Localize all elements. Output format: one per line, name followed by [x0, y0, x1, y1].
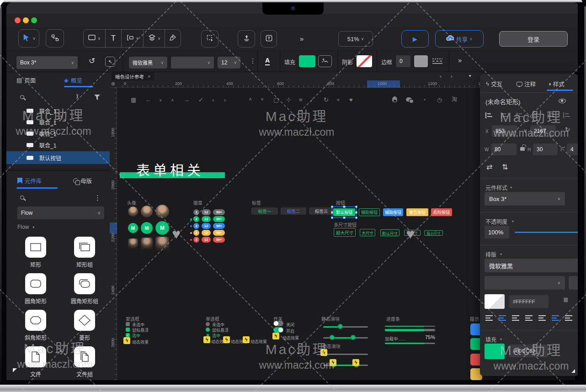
- default-button-sample[interactable]: 默认按钮: [333, 208, 355, 216]
- arrow-left-icon[interactable]: ←: [145, 97, 151, 103]
- avatar-initial[interactable]: M: [155, 221, 169, 235]
- select-source-button[interactable]: ↖: [105, 57, 115, 67]
- component-style-dropdown[interactable]: Box 3* ∨: [485, 192, 565, 206]
- ruler-origin-icon[interactable]: ⊕: [111, 81, 115, 86]
- fullscreen-icon[interactable]: ▢: [273, 97, 279, 103]
- arrow-right-icon[interactable]: →: [184, 97, 190, 103]
- detach-style-icon[interactable]: ↺: [89, 56, 95, 66]
- radio-hover[interactable]: [206, 328, 210, 332]
- fill-hex-input[interactable]: #00CC83: [509, 344, 549, 357]
- component-style-select[interactable]: Box 3* ∨: [16, 56, 78, 69]
- lock-ratio-icon[interactable]: [520, 147, 525, 151]
- caret-down-icon[interactable]: ▾: [510, 185, 512, 190]
- badge[interactable]: 2: [193, 216, 199, 222]
- lightning-badge-icon[interactable]: ϟ: [330, 359, 336, 366]
- flow-connector-tool-button[interactable]: [46, 29, 64, 48]
- font-size-box[interactable]: [569, 276, 579, 290]
- height-input[interactable]: 30: [533, 143, 558, 155]
- wechat-icon[interactable]: [406, 97, 412, 102]
- caret-down-icon[interactable]: ▾: [500, 337, 502, 341]
- grid-icon[interactable]: ▦: [131, 97, 136, 103]
- minimize-window-button[interactable]: [23, 17, 29, 23]
- opacity-input[interactable]: 100%: [485, 226, 509, 238]
- secondary-filled-button-sample[interactable]: 辅助按钮: [383, 208, 403, 216]
- component-file[interactable]: [25, 346, 46, 367]
- radius-input[interactable]: 4: [567, 143, 579, 155]
- layers-tool-button[interactable]: ∨: [144, 30, 165, 47]
- filter-icon[interactable]: [94, 95, 100, 100]
- close-tab-icon[interactable]: ×: [148, 74, 150, 79]
- align-center-icon[interactable]: [501, 112, 508, 118]
- chevron-down-icon[interactable]: ∨: [159, 98, 162, 102]
- vector-edit-tool-button[interactable]: [201, 30, 218, 48]
- opacity-slider[interactable]: [515, 232, 579, 233]
- search-icon[interactable]: [20, 196, 24, 200]
- prev-tab-icon[interactable]: ‹: [440, 73, 442, 79]
- avatar-square[interactable]: [141, 238, 153, 249]
- badge[interactable]: 99+: [213, 230, 225, 236]
- slider-handle[interactable]: [338, 324, 343, 329]
- tab-interaction[interactable]: ϟ 交互: [486, 79, 502, 88]
- badge[interactable]: 99+: [213, 237, 225, 243]
- library-flow-select[interactable]: Flow ∨: [17, 207, 104, 219]
- lightning-badge-icon[interactable]: ϟ: [243, 336, 250, 343]
- lightning-badge-icon[interactable]: ϟ: [203, 336, 210, 343]
- component-rect-group[interactable]: [74, 237, 95, 258]
- tab-pages[interactable]: ▤ 页面: [16, 76, 36, 85]
- badge[interactable]: 12: [202, 209, 211, 215]
- badge[interactable]: 2: [193, 237, 199, 243]
- qq-icon[interactable]: [392, 96, 397, 102]
- checkbox-checked[interactable]: ✓: [126, 333, 130, 337]
- check-icon[interactable]: ✓: [198, 97, 203, 103]
- canvas-tab[interactable]: 暗色设计参考 ×: [112, 72, 154, 80]
- rectangle-tool-button[interactable]: ∨: [84, 30, 106, 47]
- more-tools-button[interactable]: »: [300, 35, 304, 42]
- slash-icon[interactable]: ∕: [312, 97, 313, 103]
- component-rounded-rect-group[interactable]: [74, 273, 95, 294]
- font-family-dropdown[interactable]: 微软雅黑: [485, 259, 579, 272]
- login-button[interactable]: 登录: [499, 31, 568, 47]
- badge[interactable]: 2: [193, 223, 199, 229]
- tab-overview[interactable]: ◈ 概览: [64, 76, 82, 85]
- panel-resize-corner[interactable]: [571, 369, 575, 373]
- text-align-justify-icon[interactable]: [525, 315, 533, 321]
- tab-master[interactable]: 母版: [73, 176, 92, 185]
- tag[interactable]: 标签三: [309, 207, 334, 215]
- avatar-initial[interactable]: M: [141, 222, 153, 234]
- tab-component-library[interactable]: 元件库: [17, 176, 42, 185]
- format-painter-button[interactable]: [261, 30, 277, 48]
- text-color-button[interactable]: A: [265, 57, 270, 65]
- zoom-window-button[interactable]: [31, 17, 37, 23]
- font-weight-select[interactable]: ∨: [171, 57, 214, 69]
- size-button-sample[interactable]: 大尺寸: [360, 229, 375, 236]
- badge[interactable]: 12: [202, 216, 211, 222]
- heart-icon[interactable]: ♥: [349, 97, 353, 103]
- dynamic-slider-track[interactable]: [323, 354, 368, 355]
- layer-item[interactable]: 联合_1: [6, 139, 110, 150]
- layer-item[interactable]: 联合_1: [6, 128, 110, 139]
- rotate-icon[interactable]: ↻: [565, 126, 570, 133]
- fill-image-button[interactable]: [318, 55, 332, 67]
- component-rounded-rect[interactable]: [25, 273, 46, 294]
- chevron-up-icon[interactable]: ∧: [171, 98, 174, 102]
- avatar-square[interactable]: [128, 238, 138, 249]
- avatar-initial[interactable]: M: [128, 223, 138, 233]
- checkbox-unchecked[interactable]: [126, 322, 130, 326]
- component-diamond[interactable]: [74, 310, 95, 331]
- warning-button-sample[interactable]: 警告按钮: [406, 208, 428, 216]
- avatar[interactable]: [128, 207, 138, 217]
- kebab-menu-icon[interactable]: ⋮: [94, 194, 101, 202]
- text-color-hex-input[interactable]: #FFFFFF: [509, 295, 549, 308]
- danger-button-sample[interactable]: 危险按钮: [431, 208, 452, 216]
- collapse-icon[interactable]: ⊹: [286, 97, 291, 103]
- tag[interactable]: 标签一: [251, 207, 278, 215]
- size-button-sample[interactable]: 极小尺寸: [424, 230, 443, 236]
- badge[interactable]: 2: [193, 209, 199, 215]
- tab-note[interactable]: 注释: [517, 79, 536, 88]
- badge[interactable]: 99+: [213, 223, 225, 229]
- avatar[interactable]: [155, 205, 169, 218]
- flow-group-header[interactable]: Flow ▾: [17, 224, 34, 230]
- search-icon[interactable]: [20, 95, 24, 99]
- layer-item[interactable]: 联合_1: [6, 117, 110, 127]
- chevron-up-icon[interactable]: ∧: [249, 97, 252, 101]
